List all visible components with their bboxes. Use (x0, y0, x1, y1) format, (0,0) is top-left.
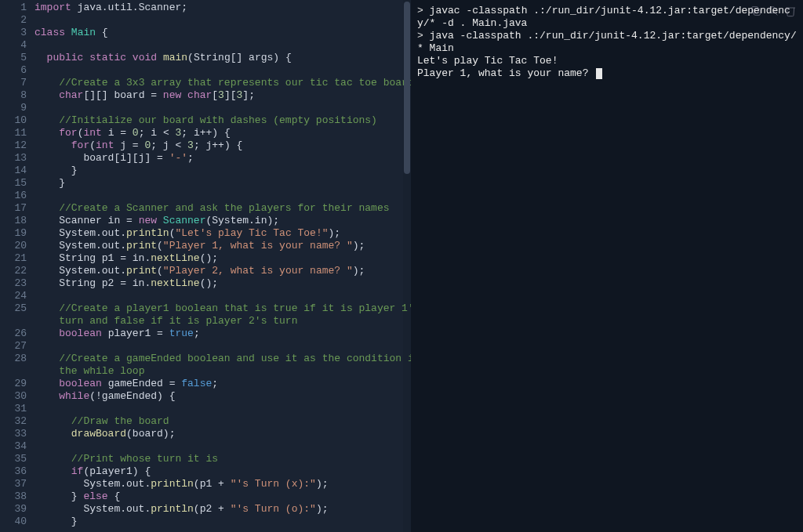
code-line[interactable]: System.out.println("Let's play Tic Tac T… (35, 227, 411, 240)
code-line[interactable]: import java.util.Scanner; (35, 2, 411, 14)
editor-scrollbar-thumb[interactable] (404, 2, 410, 174)
line-number: 1 (0, 2, 27, 14)
code-line[interactable]: } (35, 165, 411, 177)
code-line[interactable] (35, 102, 411, 114)
line-number: 20 (0, 240, 27, 252)
prompt-caret: > (417, 30, 430, 42)
line-number: 10 (0, 114, 27, 127)
code-line[interactable] (35, 14, 411, 27)
line-number: 37 (0, 478, 27, 490)
code-line[interactable]: for(int i = 0; i < 3; i++) { (35, 127, 411, 139)
svg-line-3 (775, 13, 777, 15)
line-number: 30 (0, 390, 27, 403)
code-line[interactable]: String p2 = in.nextLine(); (35, 277, 411, 290)
line-number: 9 (0, 102, 27, 114)
line-number: 7 (0, 77, 27, 89)
line-number: 39 (0, 503, 27, 516)
line-number: 35 (0, 453, 27, 465)
line-number: 13 (0, 152, 27, 165)
prompt-caret: > (417, 5, 430, 16)
code-line[interactable]: if(player1) { (35, 465, 411, 478)
terminal-toolbar (750, 5, 797, 21)
code-line[interactable] (35, 64, 411, 77)
line-number: 23 (0, 277, 27, 290)
line-number: 11 (0, 127, 27, 139)
terminal-text: Player 1, what is your name? (417, 67, 594, 79)
code-line[interactable]: boolean player1 = true; (35, 328, 411, 340)
code-line[interactable]: //Draw the board (35, 415, 411, 428)
code-line[interactable]: class Main { (35, 27, 411, 39)
line-number: 2 (0, 14, 27, 27)
line-number: 5 (0, 52, 27, 64)
code-line[interactable]: while(!gameEnded) { (35, 390, 411, 403)
code-line[interactable]: for(int j = 0; j < 3; j++) { (35, 139, 411, 152)
editor-scrollbar-track[interactable] (403, 0, 411, 532)
code-line[interactable] (35, 440, 411, 453)
copy-icon[interactable] (750, 5, 762, 21)
line-number: 12 (0, 139, 27, 152)
code-line[interactable] (35, 190, 411, 202)
code-line[interactable]: //Create a Scanner and ask the players f… (35, 202, 411, 215)
code-line[interactable] (35, 39, 411, 52)
search-icon[interactable] (767, 5, 779, 21)
code-line-wrap[interactable]: the while loop (35, 365, 411, 378)
terminal-text: javac -classpath .:/run_dir/junit-4.12.j… (417, 5, 790, 29)
line-number: 22 (0, 265, 27, 277)
code-line[interactable]: //Initialize our board with dashes (empt… (35, 114, 411, 127)
code-line[interactable]: System.out.println(p1 + "'s Turn (x):"); (35, 478, 411, 490)
code-editor-pane[interactable]: 1234567891011121314151617181920212223242… (0, 0, 411, 532)
code-line-wrap[interactable]: turn and false if it is player 2's turn (35, 315, 411, 328)
line-number: 16 (0, 190, 27, 202)
code-line[interactable]: public static void main(String[] args) { (35, 52, 411, 64)
code-line[interactable] (35, 290, 411, 302)
terminal-cursor (596, 68, 602, 79)
line-number: 21 (0, 252, 27, 265)
line-number: 32 (0, 415, 27, 428)
terminal-line: > javac -classpath .:/run_dir/junit-4.12… (417, 5, 797, 30)
terminal-pane[interactable]: > javac -classpath .:/run_dir/junit-4.12… (411, 0, 803, 532)
code-line[interactable]: drawBoard(board); (35, 428, 411, 440)
code-line[interactable]: board[i][j] = '-'; (35, 152, 411, 165)
terminal-line: Player 1, what is your name? (417, 67, 797, 80)
code-line[interactable]: char[][] board = new char[3][3]; (35, 89, 411, 102)
code-line[interactable]: } (35, 516, 411, 528)
line-number: 38 (0, 490, 27, 503)
terminal-text: Let's play Tic Tac Toe! (417, 55, 558, 67)
line-number: 24 (0, 290, 27, 302)
terminal-line: > java -classpath .:/run_dir/junit-4.12.… (417, 30, 797, 55)
line-number: 36 (0, 465, 27, 478)
code-line[interactable]: System.out.println(p2 + "'s Turn (o):"); (35, 503, 411, 516)
line-number: 18 (0, 215, 27, 227)
code-area[interactable]: import java.util.Scanner;class Main { pu… (35, 0, 411, 532)
code-line[interactable]: //Create a 3x3 array that represents our… (35, 77, 411, 89)
line-number: 4 (0, 39, 27, 52)
code-line[interactable]: } (35, 177, 411, 190)
code-line[interactable]: //Create a gameEnded boolean and use it … (35, 353, 411, 365)
code-line[interactable]: //Create a player1 boolean that is true … (35, 302, 411, 315)
line-number: 28 (0, 353, 27, 365)
line-number-gutter: 1234567891011121314151617181920212223242… (0, 0, 35, 532)
svg-rect-0 (754, 9, 760, 15)
code-line[interactable] (35, 403, 411, 415)
line-number: 40 (0, 516, 27, 528)
terminal-text: java -classpath .:/run_dir/junit-4.12.ja… (417, 30, 797, 54)
line-number: 17 (0, 202, 27, 215)
code-line[interactable] (35, 340, 411, 353)
svg-point-2 (769, 7, 776, 13)
code-line[interactable]: //Print whose turn it is (35, 453, 411, 465)
code-line[interactable]: } else { (35, 490, 411, 503)
svg-rect-1 (752, 7, 758, 13)
code-line[interactable]: String p1 = in.nextLine(); (35, 252, 411, 265)
line-number: 3 (0, 27, 27, 39)
code-line[interactable]: System.out.print("Player 2, what is your… (35, 265, 411, 277)
line-number: 34 (0, 440, 27, 453)
line-number: 6 (0, 64, 27, 77)
line-number: 25 (0, 302, 27, 315)
clear-icon[interactable] (784, 5, 797, 21)
code-line[interactable]: Scanner in = new Scanner(System.in); (35, 215, 411, 227)
line-number: 33 (0, 428, 27, 440)
terminal-line: Let's play Tic Tac Toe! (417, 55, 797, 67)
line-number: 31 (0, 403, 27, 415)
code-line[interactable]: System.out.print("Player 1, what is your… (35, 240, 411, 252)
code-line[interactable]: boolean gameEnded = false; (35, 378, 411, 390)
